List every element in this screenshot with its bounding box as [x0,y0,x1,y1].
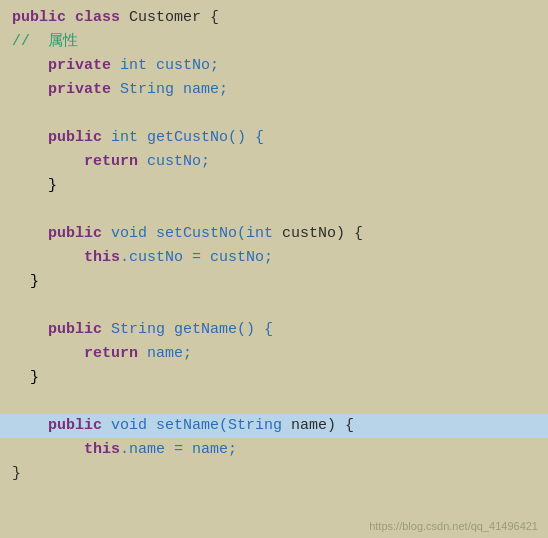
code-line: public String getName() { [0,318,548,342]
code-line: } [0,270,548,294]
code-editor: public class Customer {// 属性 private int… [0,0,548,538]
code-line: private int custNo; [0,54,548,78]
code-line [0,390,548,414]
code-line: public int getCustNo() { [0,126,548,150]
code-line [0,102,548,126]
code-line [0,198,548,222]
code-line: } [0,366,548,390]
code-line [0,294,548,318]
code-line: } [0,174,548,198]
code-line: // 属性 [0,30,548,54]
code-line: this.name = name; [0,438,548,462]
code-line: } [0,462,548,486]
code-line: private String name; [0,78,548,102]
code-line: return name; [0,342,548,366]
code-line: this.custNo = custNo; [0,246,548,270]
code-line: public void setCustNo(int custNo) { [0,222,548,246]
watermark: https://blog.csdn.net/qq_41496421 [369,520,538,532]
code-line: public class Customer { [0,6,548,30]
code-line: public void setName(String name) { [0,414,548,438]
code-line: return custNo; [0,150,548,174]
